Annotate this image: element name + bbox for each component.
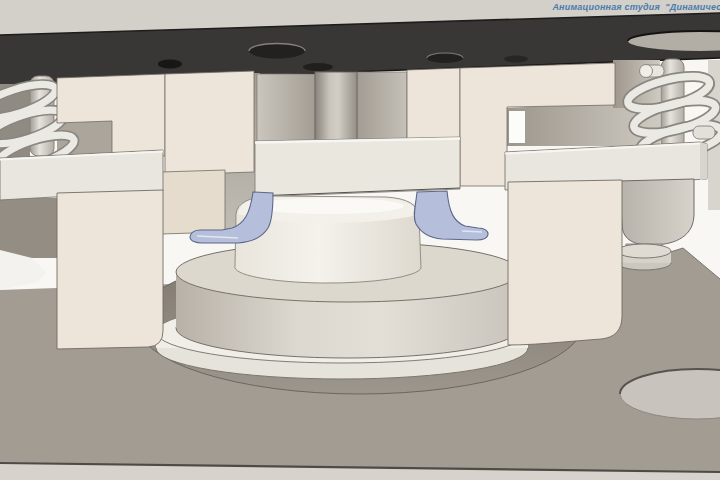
cad-render-canvas: [0, 0, 720, 480]
blank-holder-plate: [255, 137, 460, 197]
render-stage: Анимационная студия "Динамическо: [0, 0, 720, 480]
punch-shank: [315, 72, 357, 145]
center-left-block: [165, 71, 254, 175]
cross-pin-icon: [693, 126, 715, 139]
bushing-bell: [619, 179, 694, 245]
studio-watermark: Анимационная студия "Динамическо: [552, 2, 720, 12]
right-tall-block: [508, 180, 622, 345]
left-tall-block: [57, 190, 163, 349]
plate-hole-icon: [158, 60, 182, 69]
retainer-ring: [617, 244, 671, 258]
plate-hole-icon: [303, 63, 333, 71]
pin-cap-icon: [640, 65, 653, 78]
left-sub-column: [161, 170, 225, 234]
plate-hole-icon: [504, 56, 528, 63]
